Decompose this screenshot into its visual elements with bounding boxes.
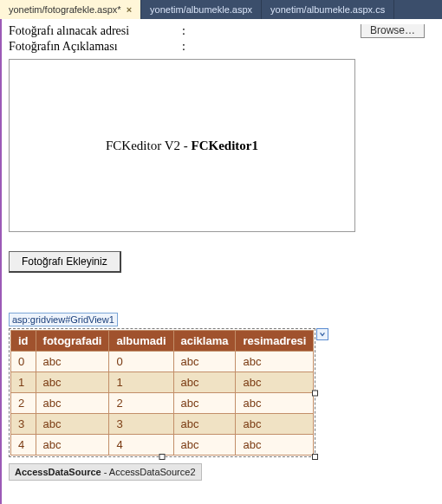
label-address: Fotoğrafı alınacak adresi (9, 24, 182, 38)
table-cell: 4 (109, 435, 173, 456)
tab-label: yonetim/albumekle.aspx (150, 4, 252, 15)
table-header-row: id fotografadi albumadi aciklama resimad… (11, 331, 314, 352)
table-cell: abc (236, 352, 314, 372)
add-photo-button[interactable]: Fotoğrafı Ekleyiniz (9, 251, 121, 273)
table-cell: 1 (109, 372, 173, 393)
datasource-label[interactable]: AccessDataSource - AccessDataSource2 (9, 463, 202, 481)
tab-albumekle-cs[interactable]: yonetim/albumekle.aspx.cs (262, 0, 394, 19)
table-cell: 3 (11, 414, 36, 435)
tab-albumekle[interactable]: yonetim/albumekle.aspx (141, 0, 262, 19)
col-albumadi: albumadi (109, 331, 173, 352)
table-cell: abc (173, 414, 236, 435)
table-cell: 1 (11, 372, 36, 393)
table-cell: abc (173, 372, 236, 393)
table-cell: abc (236, 435, 314, 456)
table-cell: 0 (11, 352, 36, 372)
table-cell: abc (36, 435, 109, 456)
table-cell: 2 (109, 393, 173, 414)
close-icon[interactable]: × (127, 4, 132, 15)
table-cell: 3 (109, 414, 173, 435)
table-cell: abc (36, 393, 109, 414)
col-id: id (11, 331, 36, 352)
designer-surface[interactable]: Fotoğrafı alınacak adresi : Browse… Foto… (0, 19, 442, 504)
colon: : (182, 40, 199, 54)
table-cell: abc (173, 352, 236, 372)
table-cell: abc (36, 372, 109, 393)
fckeditor-placeholder[interactable]: FCKeditor V2 - FCKeditor1 (9, 59, 355, 232)
control-tag[interactable]: asp:gridview#GridView1 (9, 313, 118, 326)
table-row: 1abc1abcabc (11, 372, 314, 393)
col-resimadresi: resimadresi (236, 331, 314, 352)
table-cell: 2 (11, 393, 36, 414)
tab-fotografekle[interactable]: yonetim/fotografekle.aspx* × (0, 0, 141, 19)
table-row: 0abc0abcabc (11, 352, 314, 372)
tab-label: yonetim/fotografekle.aspx* (9, 4, 121, 15)
table-cell: abc (236, 372, 314, 393)
table-cell: abc (236, 393, 314, 414)
datasource-name: AccessDataSource2 (109, 467, 196, 477)
table-cell: abc (36, 414, 109, 435)
datasource-sep: - (101, 467, 109, 477)
table-row: 4abc4abcabc (11, 435, 314, 456)
table-cell: abc (36, 352, 109, 372)
browse-button[interactable]: Browse… (361, 24, 425, 38)
fck-name: FCKeditor1 (192, 139, 258, 152)
datasource-type: AccessDataSource (15, 467, 101, 477)
gridview-selection[interactable]: id fotografadi albumadi aciklama resimad… (9, 328, 315, 457)
resize-handle-bottom[interactable] (159, 454, 166, 460)
label-description: Fotoğrafın Açıklaması (9, 40, 182, 54)
table-row: 3abc3abcabc (11, 414, 314, 435)
table-cell: 0 (109, 352, 173, 372)
gridview: id fotografadi albumadi aciklama resimad… (10, 330, 314, 456)
col-aciklama: aciklama (173, 331, 236, 352)
fck-prefix: FCKeditor V2 - (106, 139, 191, 152)
table-cell: abc (173, 435, 236, 456)
colon: : (182, 24, 199, 38)
smart-tag-icon[interactable] (316, 328, 328, 340)
tab-label: yonetim/albumekle.aspx.cs (270, 4, 385, 15)
resize-handle-corner[interactable] (312, 454, 318, 460)
tab-bar: yonetim/fotografekle.aspx* × yonetim/alb… (0, 0, 442, 19)
table-cell: abc (236, 414, 314, 435)
row-description: Fotoğrafın Açıklaması : (9, 40, 435, 54)
col-fotografadi: fotografadi (36, 331, 109, 352)
resize-handle-right[interactable] (312, 390, 318, 396)
table-row: 2abc2abcabc (11, 393, 314, 414)
row-address: Fotoğrafı alınacak adresi : Browse… (9, 24, 435, 38)
table-cell: abc (173, 393, 236, 414)
fck-text: FCKeditor V2 - FCKeditor1 (106, 139, 258, 153)
table-cell: 4 (11, 435, 36, 456)
